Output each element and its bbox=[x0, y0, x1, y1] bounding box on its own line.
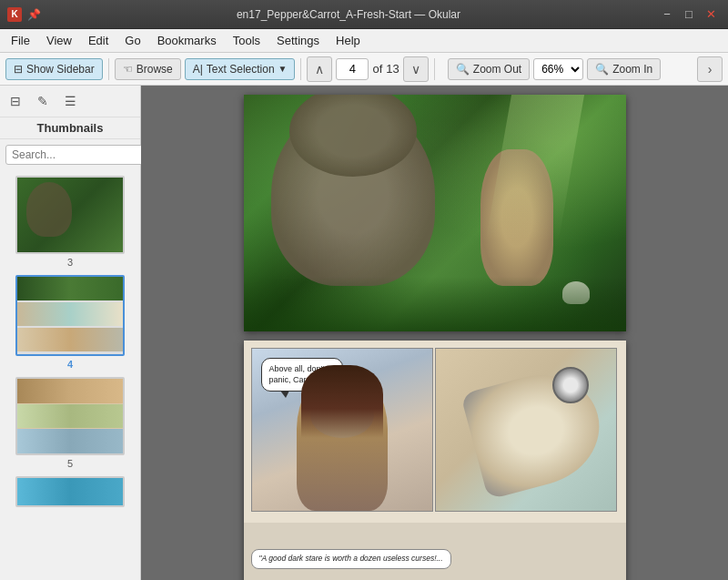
browse-label: Browse bbox=[136, 63, 173, 76]
light-ray bbox=[485, 95, 583, 240]
annotation-tool-button[interactable]: ✎ bbox=[31, 89, 55, 113]
thumb-image-4 bbox=[17, 277, 125, 354]
sidebar-title: Thumbnails bbox=[0, 117, 140, 139]
thumbnail-page-6-partial[interactable] bbox=[5, 476, 135, 507]
pin-icon: 📌 bbox=[27, 8, 40, 21]
comic-strip: Above all, don't panic, Carrot... bbox=[244, 341, 626, 523]
page-prev-button[interactable]: ∧ bbox=[307, 56, 332, 82]
sidebar: ⊟ ✎ ☰ Thumbnails ▼ 3 bbox=[0, 86, 141, 580]
sidebar-tools: ⊟ ✎ ☰ bbox=[0, 86, 140, 117]
text-selection-button[interactable]: A| Text Selection ▼ bbox=[185, 58, 296, 80]
toolbar-separator-1 bbox=[108, 58, 109, 80]
page-4-comics: Above all, don't panic, Carrot... "A goo… bbox=[244, 341, 626, 580]
thumb4-mid bbox=[17, 302, 123, 326]
text-selection-label: Text Selection bbox=[207, 63, 275, 76]
zoom-in-button[interactable]: 🔍 Zoom In bbox=[587, 58, 661, 80]
main-layout: ⊟ ✎ ☰ Thumbnails ▼ 3 bbox=[0, 86, 728, 580]
thumbnail-tool-button[interactable]: ⊟ bbox=[4, 89, 27, 113]
caption-box: "A good dark stare is worth a dozen usel… bbox=[251, 549, 451, 569]
thumb-image-3 bbox=[17, 178, 123, 252]
show-sidebar-label: Show Sidebar bbox=[26, 63, 95, 76]
menu-help[interactable]: Help bbox=[329, 31, 368, 50]
menu-edit[interactable]: Edit bbox=[81, 31, 116, 50]
zoom-level-select[interactable]: 66% bbox=[533, 58, 583, 80]
thumbnail-frame-5 bbox=[15, 377, 125, 455]
zoom-in-icon: 🔍 bbox=[595, 63, 609, 76]
page-display: of 13 bbox=[336, 58, 399, 80]
sidebar-search: ▼ bbox=[0, 139, 140, 170]
thumb4-bot bbox=[17, 328, 123, 351]
page-3-label: 3 bbox=[67, 257, 73, 268]
page-5-label: 5 bbox=[67, 458, 73, 469]
page-number-input[interactable] bbox=[336, 58, 369, 80]
sidebar-icon: ⊟ bbox=[14, 63, 23, 76]
title-bar: K 📌 en17_Pepper&Carrot_A-Fresh-Start — O… bbox=[0, 0, 728, 29]
thumbnail-frame-6 bbox=[15, 476, 125, 507]
page-4-label: 4 bbox=[67, 359, 73, 370]
page-of-text: of bbox=[372, 62, 382, 76]
window-title: en17_Pepper&Carrot_A-Fresh-Start — Okula… bbox=[40, 8, 657, 21]
dropdown-arrow-icon: ▼ bbox=[278, 64, 288, 74]
minimize-button[interactable]: − bbox=[657, 5, 677, 25]
thumbnail-frame-3 bbox=[15, 176, 125, 254]
comic-caption-row: "A good dark stare is worth a dozen usel… bbox=[244, 523, 626, 580]
title-bar-left: K 📌 bbox=[7, 7, 40, 22]
browse-button[interactable]: ☜ Browse bbox=[115, 58, 181, 80]
menu-tools[interactable]: Tools bbox=[226, 31, 268, 50]
comic-illustration bbox=[244, 95, 626, 331]
text-selection-icon: A| bbox=[193, 63, 203, 76]
tusk-shape bbox=[460, 361, 611, 500]
close-button[interactable]: ✕ bbox=[701, 5, 721, 25]
toolbar-separator-3 bbox=[434, 58, 435, 80]
thumb5-row3 bbox=[17, 429, 123, 453]
search-input[interactable] bbox=[5, 145, 155, 165]
thumb-image-6-partial bbox=[17, 478, 123, 505]
thumbnail-frame-4 bbox=[15, 275, 125, 356]
show-sidebar-button[interactable]: ⊟ Show Sidebar bbox=[5, 58, 103, 80]
thumb4-top bbox=[17, 277, 123, 300]
menu-settings[interactable]: Settings bbox=[269, 31, 327, 50]
thumb5-row2 bbox=[17, 404, 123, 429]
eye-detail bbox=[552, 367, 589, 403]
browse-icon: ☜ bbox=[123, 63, 133, 76]
creature-figure bbox=[271, 104, 435, 286]
window-controls: − □ ✕ bbox=[657, 5, 721, 25]
page-4-top bbox=[244, 95, 626, 331]
menu-bar: File View Edit Go Bookmarks Tools Settin… bbox=[0, 29, 728, 53]
more-button[interactable]: › bbox=[697, 56, 723, 82]
thumbnail-page-4[interactable]: 4 bbox=[5, 275, 135, 370]
content-area[interactable]: Above all, don't panic, Carrot... "A goo… bbox=[141, 86, 728, 580]
thumbnail-page-5[interactable]: 5 bbox=[5, 377, 135, 469]
zoom-out-icon: 🔍 bbox=[456, 63, 470, 76]
menu-view[interactable]: View bbox=[39, 31, 79, 50]
toolbar-separator-2 bbox=[300, 58, 301, 80]
comic-panel-left: Above all, don't panic, Carrot... bbox=[251, 348, 433, 512]
character-hair bbox=[301, 365, 383, 438]
ground-overlay bbox=[244, 277, 626, 331]
page-total-text: 13 bbox=[386, 62, 399, 76]
thumbnails-container[interactable]: 3 4 bbox=[0, 170, 140, 580]
zoom-out-button[interactable]: 🔍 Zoom Out bbox=[448, 58, 530, 80]
menu-bookmarks[interactable]: Bookmarks bbox=[150, 31, 224, 50]
menu-file[interactable]: File bbox=[4, 31, 37, 50]
menu-go[interactable]: Go bbox=[117, 31, 147, 50]
comic-panel-right bbox=[435, 348, 617, 512]
thumbnail-page-3[interactable]: 3 bbox=[5, 176, 135, 268]
page-next-button[interactable]: ∨ bbox=[403, 56, 429, 82]
toolbar: ⊟ Show Sidebar ☜ Browse A| Text Selectio… bbox=[0, 53, 728, 86]
zoom-section: 🔍 Zoom Out 66% 🔍 Zoom In bbox=[448, 58, 661, 80]
app-icon: K bbox=[7, 7, 22, 22]
outline-tool-button[interactable]: ☰ bbox=[58, 89, 82, 113]
thumb5-row1 bbox=[17, 379, 123, 403]
thumb-image-5 bbox=[17, 379, 123, 453]
maximize-button[interactable]: □ bbox=[679, 5, 699, 25]
